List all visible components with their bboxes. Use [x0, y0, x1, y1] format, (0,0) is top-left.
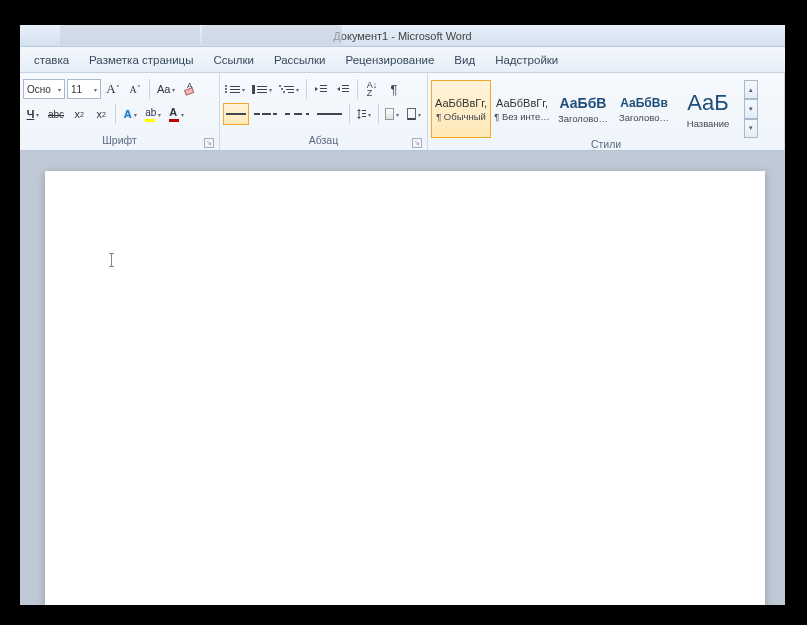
- increase-indent-button[interactable]: [333, 78, 353, 100]
- group-font: Осно▾ 11 A˄ A˅ Aa A Ч abc x2 x2: [20, 73, 220, 150]
- text-effects-button[interactable]: A: [120, 103, 140, 125]
- borders-button[interactable]: [404, 103, 424, 125]
- border-icon: [407, 108, 416, 120]
- style-title[interactable]: АаБ Название: [675, 80, 741, 138]
- bg-tab: [202, 25, 342, 45]
- align-left-button[interactable]: [223, 103, 249, 125]
- shading-icon: [385, 108, 394, 120]
- paragraph-dialog-launcher[interactable]: ↘: [412, 138, 422, 148]
- grow-font-button[interactable]: A˄: [103, 78, 123, 100]
- svg-rect-3: [320, 88, 327, 89]
- titlebar: Документ1 - Microsoft Word: [20, 25, 785, 47]
- tab-insert[interactable]: ставка: [24, 50, 79, 70]
- change-case-button[interactable]: Aa: [154, 78, 178, 100]
- shading-button[interactable]: [382, 103, 402, 125]
- underline-button[interactable]: Ч: [23, 103, 43, 125]
- page[interactable]: [45, 171, 765, 605]
- separator: [115, 104, 116, 124]
- align-center-button[interactable]: [251, 103, 279, 125]
- tab-references[interactable]: Ссылки: [203, 50, 264, 70]
- line-spacing-button[interactable]: [354, 103, 374, 125]
- superscript-button[interactable]: x2: [91, 103, 111, 125]
- indent-icon: [336, 83, 350, 95]
- font-dialog-launcher[interactable]: ↘: [204, 138, 214, 148]
- ribbon: Осно▾ 11 A˄ A˅ Aa A Ч abc x2 x2: [20, 73, 785, 151]
- outdent-icon: [314, 83, 328, 95]
- tab-review[interactable]: Рецензирование: [336, 50, 445, 70]
- group-label-styles: Стили: [431, 138, 781, 150]
- bullets-icon: [226, 84, 240, 95]
- linespacing-icon: [357, 108, 366, 120]
- clear-formatting-button[interactable]: A: [180, 78, 200, 100]
- styles-scroll-down[interactable]: ▾: [744, 99, 758, 118]
- fontcolor-swatch-icon: [169, 119, 179, 122]
- tab-page-layout[interactable]: Разметка страницы: [79, 50, 203, 70]
- numbering-icon: [253, 84, 267, 95]
- multilevel-list-button[interactable]: [277, 78, 302, 100]
- pilcrow-icon: ¶: [391, 82, 398, 97]
- window-title: Документ1 - Microsoft Word: [333, 30, 471, 42]
- eraser-icon: A: [183, 82, 197, 96]
- strikethrough-button[interactable]: abc: [45, 103, 67, 125]
- svg-text:A: A: [187, 82, 193, 90]
- decrease-indent-button[interactable]: [311, 78, 331, 100]
- numbering-button[interactable]: [250, 78, 275, 100]
- shrink-font-button[interactable]: A˅: [125, 78, 145, 100]
- tab-view[interactable]: Вид: [444, 50, 485, 70]
- separator: [357, 79, 358, 99]
- svg-rect-4: [320, 91, 327, 92]
- style-normal[interactable]: АаБбВвГг, ¶ Обычный: [431, 80, 491, 138]
- group-label-font: Шрифт ↘: [23, 134, 216, 150]
- svg-rect-7: [342, 91, 349, 92]
- tab-mailings[interactable]: Рассылки: [264, 50, 336, 70]
- document-area[interactable]: [20, 151, 785, 605]
- svg-rect-9: [362, 110, 366, 111]
- style-heading1[interactable]: АаБбВ Заголово…: [553, 80, 613, 138]
- align-right-button[interactable]: [282, 103, 313, 125]
- highlight-button[interactable]: ab: [142, 103, 164, 125]
- background-tabs: [20, 25, 342, 47]
- app-window: Документ1 - Microsoft Word ставка Размет…: [20, 25, 785, 605]
- styles-gallery: АаБбВвГг, ¶ Обычный АаБбВвГг, ¶ Без инте…: [431, 78, 758, 138]
- group-styles: АаБбВвГг, ¶ Обычный АаБбВвГг, ¶ Без инте…: [428, 73, 785, 150]
- highlight-swatch-icon: [145, 119, 155, 122]
- styles-scroll-up[interactable]: ▴: [744, 80, 758, 99]
- show-hide-button[interactable]: ¶: [384, 78, 404, 100]
- ribbon-tabs: ставка Разметка страницы Ссылки Рассылки…: [20, 47, 785, 73]
- styles-expand[interactable]: ▾: [744, 119, 758, 138]
- font-name-combo[interactable]: Осно▾: [23, 79, 65, 99]
- svg-rect-5: [342, 85, 349, 86]
- svg-rect-8: [358, 111, 359, 117]
- tab-addins[interactable]: Надстройки: [485, 50, 568, 70]
- bg-tab: [60, 25, 200, 45]
- subscript-button[interactable]: x2: [69, 103, 89, 125]
- separator: [349, 104, 350, 124]
- sort-icon: A↓Z: [367, 81, 378, 97]
- text-cursor: [111, 253, 112, 267]
- svg-rect-6: [342, 88, 349, 89]
- svg-rect-10: [362, 113, 366, 114]
- separator: [149, 79, 150, 99]
- svg-rect-11: [362, 116, 366, 117]
- separator: [306, 79, 307, 99]
- align-justify-button[interactable]: [314, 103, 345, 125]
- separator: [378, 104, 379, 124]
- font-size-combo[interactable]: 11: [67, 79, 101, 99]
- sort-button[interactable]: A↓Z: [362, 78, 382, 100]
- font-color-button[interactable]: A: [166, 103, 187, 125]
- styles-scroll: ▴ ▾ ▾: [744, 80, 758, 138]
- bullets-button[interactable]: [223, 78, 248, 100]
- group-label-paragraph: Абзац ↘: [223, 134, 424, 150]
- style-heading2[interactable]: АаБбВв Заголово…: [614, 80, 674, 138]
- style-no-spacing[interactable]: АаБбВвГг, ¶ Без инте…: [492, 80, 552, 138]
- group-paragraph: A↓Z ¶ Абзац ↘: [220, 73, 428, 150]
- multilevel-icon: [280, 84, 294, 95]
- svg-rect-2: [320, 85, 327, 86]
